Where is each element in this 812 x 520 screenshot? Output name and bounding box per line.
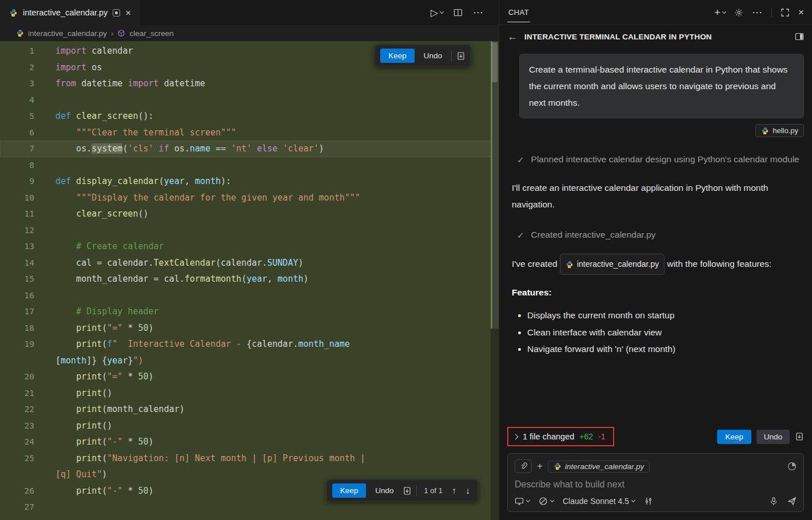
line-number: 17: [0, 307, 34, 316]
model-picker[interactable]: Claude Sonnet 4.5: [563, 497, 635, 506]
run-dropdown-icon[interactable]: [440, 10, 444, 14]
tab-title: interactive_calendar.py: [23, 8, 108, 17]
line-number: 23: [0, 421, 34, 430]
python-file-icon: [554, 462, 562, 470]
apply-file-icon[interactable]: [403, 486, 412, 495]
tab-interactive-calendar[interactable]: interactive_calendar.py ×: [0, 0, 140, 25]
changes-summary-label: 1 file changed: [523, 432, 574, 441]
run-button[interactable]: ▷: [431, 7, 443, 19]
run-icon: ▷: [431, 7, 438, 19]
created-sentence: I've created interactive_calendar.py wit…: [512, 254, 804, 275]
mic-icon[interactable]: [769, 497, 778, 506]
python-file-icon: [761, 127, 769, 135]
keep-button[interactable]: Keep: [717, 430, 751, 444]
code-text: from datetime import datetime: [55, 78, 205, 89]
code-row: 18 print("=" * 50): [0, 320, 499, 337]
context-usage-icon[interactable]: [787, 462, 797, 471]
apply-all-files-icon[interactable]: [795, 432, 804, 441]
keep-button[interactable]: Keep: [332, 483, 367, 498]
attachment-label: hello.py: [773, 126, 798, 135]
code-row: 12: [0, 222, 499, 239]
more-actions-icon[interactable]: ⋯: [473, 6, 484, 19]
line-number: 12: [0, 226, 34, 235]
code-editor[interactable]: 1import calendar2import os3from datetime…: [0, 41, 499, 520]
chat-messages: Create a terminal-based interactive cale…: [499, 48, 812, 422]
code-row: 15 month_calendar = cal.formatmonth(year…: [0, 271, 499, 287]
line-number: 22: [0, 405, 34, 414]
chat-more-icon[interactable]: ⋯: [752, 6, 763, 19]
chat-input-box[interactable]: + interactive_calendar.py: [507, 453, 804, 512]
check-icon: ✓: [517, 227, 524, 243]
code-text: print(): [55, 388, 112, 398]
breadcrumb-file[interactable]: interactive_calendar.py: [28, 29, 107, 38]
context-chip[interactable]: interactive_calendar.py: [548, 461, 650, 473]
change-counter: 1 of 1: [421, 486, 445, 495]
editor-scrollbar[interactable]: [491, 41, 499, 520]
maximize-icon[interactable]: [781, 8, 790, 17]
apply-file-icon[interactable]: [456, 51, 465, 61]
back-icon[interactable]: ←: [507, 31, 518, 43]
code-row: 11 clear_screen(): [0, 206, 499, 222]
scrollbar-thumb[interactable]: [491, 41, 499, 329]
line-number: 11: [0, 209, 34, 218]
created-step: ✓ Created interactive_calendar.py: [512, 226, 804, 243]
file-chip-interactive-calendar[interactable]: interactive_calendar.py: [560, 254, 664, 275]
keep-button[interactable]: Keep: [380, 49, 415, 63]
undo-button[interactable]: Undo: [757, 430, 790, 444]
code-text: """Display the calendar for the given ye…: [55, 193, 360, 203]
code-row: 6 """Clear the terminal screen""": [0, 125, 499, 141]
tab-close-icon[interactable]: ×: [125, 8, 131, 18]
chevron-down-icon: [550, 498, 554, 502]
split-editor-icon[interactable]: [453, 8, 463, 17]
input-toolbar: Claude Sonnet 4.5: [515, 497, 797, 506]
code-text: """Clear the terminal screen""": [55, 127, 236, 138]
attach-context-button[interactable]: [515, 459, 532, 473]
code-row: 20 print("=" * 50): [0, 369, 499, 385]
line-number: 26: [0, 486, 34, 495]
new-chat-button[interactable]: +: [714, 7, 726, 18]
line-number: 24: [0, 437, 34, 446]
next-change-icon[interactable]: ↓: [463, 486, 472, 496]
attachment-row: hello.py: [512, 124, 804, 137]
divider: [771, 8, 772, 17]
chat-header-icons: + ⋯ ×: [714, 6, 804, 19]
code-row: 10 """Display the calendar for the given…: [0, 190, 499, 206]
line-number: 8: [0, 161, 34, 170]
feature-item: Clean interface with calendar view: [527, 324, 804, 341]
expand-chevron-icon[interactable]: [513, 434, 519, 439]
code-row: 16: [0, 287, 499, 304]
breadcrumb-symbol[interactable]: clear_screen: [129, 29, 173, 38]
line-number: 10: [0, 193, 34, 202]
feature-item: Displays the current month on startup: [527, 307, 804, 324]
chat-panel-title[interactable]: CHAT: [507, 6, 530, 19]
code-row: [month]} {year}"): [0, 353, 499, 369]
send-icon[interactable]: [787, 497, 797, 506]
tools-icon[interactable]: [644, 497, 653, 506]
open-in-editor-icon[interactable]: [795, 32, 804, 41]
chevron-down-icon: [631, 498, 635, 502]
undo-button[interactable]: Undo: [419, 49, 447, 63]
planned-step: ✓ Planned interactive calendar design us…: [512, 151, 804, 168]
mode-picker[interactable]: [539, 497, 554, 506]
breadcrumb-separator: ›: [111, 29, 113, 38]
gear-icon[interactable]: [734, 8, 743, 17]
code-row: 8: [0, 157, 499, 174]
undo-button[interactable]: Undo: [371, 483, 398, 498]
session-target-picker[interactable]: [515, 497, 530, 506]
close-panel-icon[interactable]: ×: [798, 7, 804, 17]
changed-files-summary[interactable]: 1 file changed +62 -1: [507, 427, 614, 446]
previous-change-icon[interactable]: ↑: [449, 486, 459, 496]
code-text: # Create calendar: [55, 241, 164, 251]
scrollbar-thumb-bright: [492, 42, 497, 82]
line-number: 7: [0, 144, 34, 153]
editor-actions: ▷ ⋯: [431, 0, 499, 25]
input-right-icons: [769, 497, 797, 506]
line-number: 2: [0, 63, 34, 72]
code-text: print("-" * 50): [55, 437, 154, 447]
add-context-icon[interactable]: +: [537, 461, 543, 472]
new-chat-dropdown-icon[interactable]: [722, 9, 726, 13]
chat-prompt-input[interactable]: [515, 479, 797, 490]
assistant-intro: I'll create an interactive calendar appl…: [512, 179, 804, 213]
attachment-chip-hello-py[interactable]: hello.py: [755, 124, 804, 137]
chat-panel: CHAT + ⋯ × ← INTERACTIVE TERMI: [499, 0, 812, 520]
